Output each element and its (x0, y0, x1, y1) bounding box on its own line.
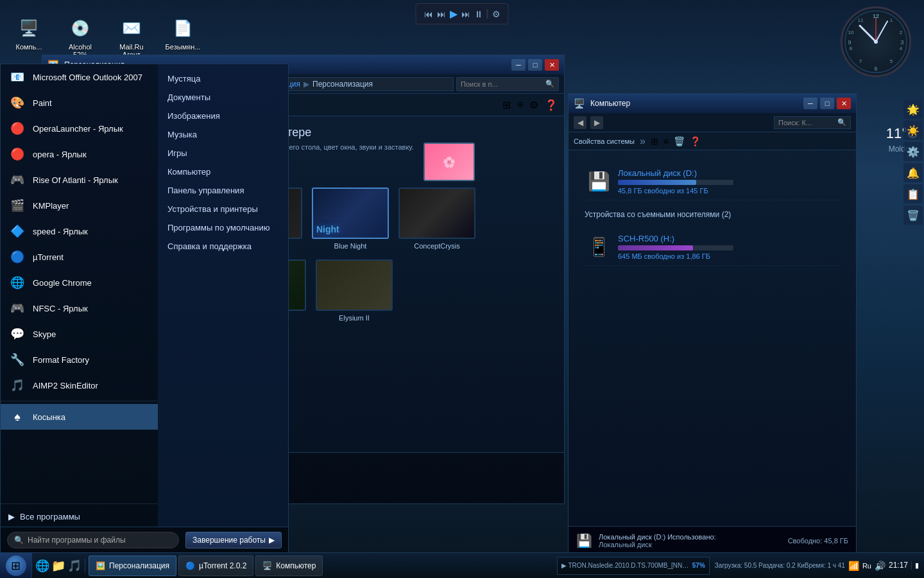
taskbar-item-utorrent[interactable]: 🔵 µTorrent 2.0.2 (178, 556, 253, 576)
theme-item-elysium-ii[interactable]: Elysium II (316, 259, 393, 322)
desktop-icon-mailru[interactable]: ✉️ Mail.RuАгент (109, 13, 154, 61)
network-stats: Загрузка: 50.5 Раздача: 0.2 КиВремя: 1 ч… (715, 562, 845, 569)
disk-d-name: Локальный диск (D:) (618, 168, 837, 178)
computer-maximize-btn[interactable]: □ (820, 98, 834, 109)
theme-thumb-concept-crysis (398, 188, 475, 239)
start-right-documents[interactable]: Документы (158, 88, 288, 107)
media-extra-button[interactable]: ⚙ (492, 9, 501, 19)
language-indicator[interactable]: Ru (862, 562, 871, 570)
start-item-rise-atlanti[interactable]: 🎮 Rise Of Atlanti - Ярлык (1, 167, 158, 193)
start-right-devices[interactable]: Устройства и принтеры (158, 200, 288, 218)
theme-name-elysium-ii: Elysium II (339, 314, 370, 322)
sidebar-icon-4[interactable]: 🔔 (903, 163, 923, 182)
prev2-button[interactable]: ⏭ (437, 9, 446, 19)
subtoolbar-icon3[interactable]: 🗑️ (674, 136, 685, 146)
toolbar-help-icon[interactable]: ❓ (545, 99, 558, 111)
all-programs-link[interactable]: ▶ Все программы (1, 507, 158, 527)
search-icon[interactable]: 🔍 (545, 80, 554, 88)
theme-item-blue-night[interactable]: Night Blue Night (312, 188, 389, 250)
computer-icon-label: Компь... (16, 43, 42, 51)
desktop-icon-unnamed[interactable]: 📄 Безымян... (160, 13, 205, 61)
start-right-images[interactable]: Изображения (158, 107, 288, 125)
toolbar-icon-list[interactable]: ≡ (517, 99, 523, 110)
pause-button[interactable]: ⏸ (474, 9, 483, 19)
start-item-chrome[interactable]: 🌐 Google Chrome (1, 270, 158, 295)
subtoolbar-icon1[interactable]: ⊞ (651, 136, 658, 146)
start-item-paint[interactable]: 🎨 Paint (1, 90, 158, 116)
sidebar-icon-1[interactable]: 🌟 (903, 100, 923, 119)
prev-button[interactable]: ⏮ (424, 9, 433, 19)
taskbar-items-area: 🖼️ Персонализация 🔵 µTorrent 2.0.2 🖥️ Ко… (85, 553, 557, 578)
start-right-default-programs[interactable]: Программы по умолчанию (158, 218, 288, 237)
start-right-control-panel[interactable]: Панель управления (158, 181, 288, 200)
sidebar-icon-3[interactable]: ⚙️ (903, 142, 923, 161)
computer-subtoolbar-item1[interactable]: Свойства системы (574, 137, 635, 145)
start-item-opera-link[interactable]: 🔴 opera - Ярлык (1, 141, 158, 167)
start-item-utorrent[interactable]: 🔵 µTorrent (1, 244, 158, 270)
status-free-label: Свободно: 45,8 ГБ (788, 537, 848, 545)
start-right-computer[interactable]: Компьютер (158, 162, 288, 181)
theme-item-concept-crysis[interactable]: ConceptCrysis (398, 188, 475, 250)
start-orb[interactable]: ⊞ (6, 556, 26, 576)
nfsc-icon: 🎮 (8, 299, 26, 317)
start-button[interactable]: ⊞ (0, 553, 32, 578)
maximize-button[interactable]: □ (528, 59, 542, 71)
rise-atlanti-label: Rise Of Atlanti - Ярлык (33, 175, 118, 185)
tray-icon-network[interactable]: 📶 (848, 561, 859, 571)
disk-d-item[interactable]: 💾 Локальный диск (D:) 45,8 ГБ свободно и… (585, 163, 840, 200)
computer-close-btn[interactable]: ✕ (837, 98, 851, 109)
taskbar-item-personalization[interactable]: 🖼️ Персонализация (89, 556, 176, 576)
disk-h-item[interactable]: 📱 SCH-R500 (H:) 645 МБ свободно из 1,86 … (585, 229, 840, 266)
start-right-music[interactable]: Музыка (158, 125, 288, 144)
tray-icon-speaker[interactable]: 🔊 (875, 561, 886, 571)
ql-icon-3[interactable]: 🎵 (67, 559, 81, 573)
ql-icon-1[interactable]: 🌐 (35, 559, 49, 573)
shutdown-button[interactable]: Завершение работы ▶ (185, 532, 282, 548)
toolbar-icon-grid[interactable]: ⊞ (502, 99, 511, 111)
desktop-icon-alcohol[interactable]: 💿 Alcohol52% (58, 13, 103, 61)
computer-minimize-btn[interactable]: ─ (803, 98, 817, 109)
theme-name-concept-crysis: ConceptCrysis (414, 242, 460, 250)
disk-h-info: SCH-R500 (H:) 645 МБ свободно из 1,86 ГБ (618, 234, 837, 260)
play-button[interactable]: ▶ (450, 8, 458, 20)
sidebar-icon-6[interactable]: 🗑️ (903, 206, 923, 225)
start-right-help[interactable]: Справка и поддержка (158, 237, 288, 256)
subtoolbar-icon2[interactable]: ≡ (663, 136, 669, 146)
start-item-kmplayer[interactable]: 🎬 KMPlayer (1, 193, 158, 218)
computer-subtoolbar: Свойства системы » ⊞ ≡ 🗑️ ❓ (569, 132, 856, 150)
show-desktop-button[interactable]: ▮ (911, 561, 919, 570)
start-item-skype[interactable]: 💬 Skype (1, 321, 158, 347)
taskbar: ⊞ 🌐 📁 🎵 🖼️ Персонализация 🔵 µTorrent 2.0… (0, 552, 924, 578)
next-button[interactable]: ⏭ (461, 9, 470, 19)
toolbar-icon-settings[interactable]: ⚙ (529, 99, 538, 111)
computer-search[interactable]: Поиск: К... 🔍 (774, 116, 851, 129)
start-item-outlook[interactable]: 📧 Microsoft Office Outlook 2007 (1, 64, 158, 90)
start-search-box[interactable]: 🔍 Найти программы и файлы (7, 532, 179, 548)
start-right-mustata[interactable]: Мустяца (158, 69, 288, 88)
computer-back-btn[interactable]: ◀ (574, 116, 586, 129)
current-theme-preview: 🌸 (424, 143, 475, 181)
sidebar-icon-2[interactable]: ☀️ (903, 121, 923, 140)
minimize-button[interactable]: ─ (511, 59, 526, 71)
start-item-solitaire[interactable]: ♠️ Косынка (1, 404, 158, 430)
media-player[interactable]: ⏮ ⏭ ▶ ⏭ ⏸ ⚙ (416, 3, 509, 24)
disk-d-bar (618, 180, 696, 185)
start-item-nfsc[interactable]: 🎮 NFSC - Ярлык (1, 295, 158, 321)
subtoolbar-icon4[interactable]: ❓ (690, 136, 701, 146)
desktop-icon-computer[interactable]: 🖥️ Компь... (6, 13, 51, 61)
skype-icon: 💬 (8, 325, 26, 343)
taskbar-computer-label: Компьютер (276, 561, 316, 570)
sidebar-icon-5[interactable]: 📋 (903, 184, 923, 204)
start-right-games[interactable]: Игры (158, 144, 288, 162)
disk-d-bar-container (618, 180, 733, 185)
start-item-opera-launcher-link[interactable]: 🔴 OperaLauncher - Ярлык (1, 116, 158, 141)
window-search[interactable]: Поиск в п... 🔍 (456, 77, 559, 91)
utorrent-label: µTorrent (33, 252, 64, 262)
close-button[interactable]: ✕ (545, 59, 559, 71)
computer-forward-btn[interactable]: ▶ (590, 116, 603, 129)
start-item-format-factory[interactable]: 🔧 Format Factory (1, 347, 158, 372)
taskbar-item-computer[interactable]: 🖥️ Компьютер (255, 556, 323, 576)
start-item-speed[interactable]: 🔷 speed - Ярлык (1, 218, 158, 244)
start-item-aimp2[interactable]: 🎵 AIMP2 SkinEditor (1, 372, 158, 398)
ql-icon-2[interactable]: 📁 (51, 559, 65, 573)
